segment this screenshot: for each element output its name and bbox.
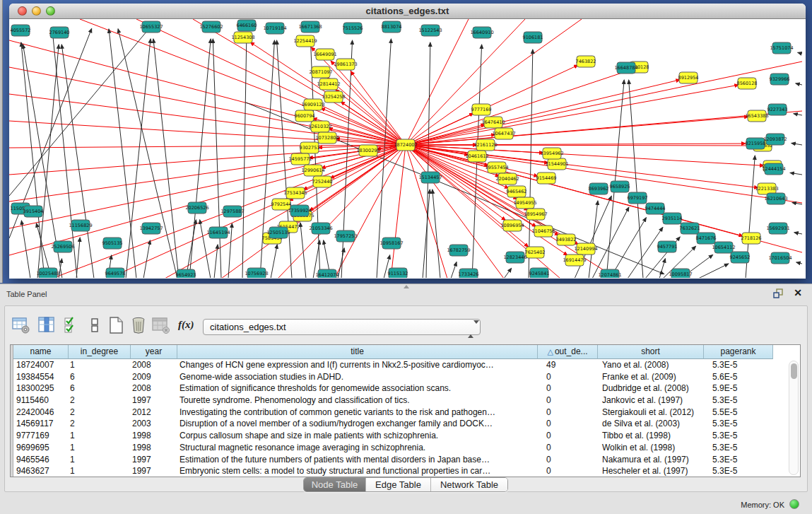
cell-short[interactable]: Jankovic et al. (1997) <box>598 395 704 407</box>
cell-name[interactable]: 9777169 <box>13 430 69 442</box>
column-header-out_de[interactable]: △out_de... <box>538 345 598 359</box>
column-header-year[interactable]: year <box>131 345 177 359</box>
column-header-pagerank[interactable]: pagerank <box>704 345 773 359</box>
cell-out_de[interactable]: 0 <box>538 382 598 395</box>
cell-title[interactable]: Tourette syndrome. Phenomenology and cla… <box>177 395 538 407</box>
cell-name[interactable]: 9463627 <box>13 465 69 477</box>
close-panel-icon[interactable]: ✕ <box>794 287 802 298</box>
cell-name[interactable]: 18724007 <box>13 359 69 371</box>
table-row[interactable]: 911546021997Tourette syndrome. Phenomeno… <box>11 395 800 407</box>
table-row[interactable]: 969969511998Structural magnetic resonanc… <box>11 442 800 454</box>
cell-out_de[interactable]: 0 <box>538 395 598 407</box>
show-columns-icon[interactable] <box>37 316 57 334</box>
cell-in_degree[interactable]: 2 <box>69 395 131 407</box>
cell-in_degree[interactable]: 6 <box>69 382 131 395</box>
column-header-in_degree[interactable]: in_degree <box>69 345 131 359</box>
cell-title[interactable]: Changes of HCN gene expression and I(f) … <box>177 359 538 371</box>
cell-title[interactable]: Corpus callosum shape and size in male p… <box>177 430 538 442</box>
cell-short[interactable]: Yano et al. (2008) <box>598 359 704 371</box>
table-selector-dropdown[interactable]: citations_edges.txt <box>203 319 481 335</box>
cell-year[interactable]: 1998 <box>131 442 177 454</box>
cell-name[interactable]: 18300295 <box>13 382 69 395</box>
cell-out_de[interactable]: 0 <box>538 465 598 477</box>
cell-year[interactable]: 2008 <box>131 382 177 395</box>
cell-title[interactable]: Estimation of significance thresholds fo… <box>177 382 538 395</box>
cell-in_degree[interactable]: 1 <box>69 442 131 454</box>
table-scrollbar[interactable] <box>789 361 799 475</box>
table-row[interactable]: 1830029562008Estimation of significance … <box>11 382 800 395</box>
cell-in_degree[interactable]: 1 <box>69 454 131 466</box>
cell-short[interactable]: Nakamura et al. (1997) <box>598 454 704 466</box>
select-columns-icon[interactable] <box>62 316 82 334</box>
cell-year[interactable]: 2008 <box>131 359 177 371</box>
cell-pagerank[interactable]: 5.3E-5 <box>704 395 773 407</box>
cell-pagerank[interactable]: 5.9E-5 <box>704 382 773 395</box>
cell-short[interactable]: Dudbridge et al. (2008) <box>598 382 704 395</box>
cell-out_de[interactable]: 49 <box>538 359 598 371</box>
cell-year[interactable]: 2009 <box>131 371 177 383</box>
cell-year[interactable]: 2012 <box>131 407 177 419</box>
tab-node-table[interactable]: Node Table <box>304 478 366 491</box>
row-height-icon[interactable] <box>85 316 105 334</box>
cell-in_degree[interactable]: 1 <box>69 430 131 442</box>
cell-out_de[interactable]: 0 <box>538 418 598 430</box>
cell-pagerank[interactable]: 5.6E-5 <box>704 371 773 383</box>
cell-out_de[interactable]: 0 <box>538 430 598 442</box>
cell-short[interactable]: Hescheler et al. (1997) <box>598 465 704 477</box>
cell-title[interactable]: Genome-wide association studies in ADHD. <box>177 371 538 383</box>
cell-title[interactable]: Embryonic stem cells: a model to study s… <box>177 465 538 477</box>
cell-year[interactable]: 2003 <box>131 418 177 430</box>
network-canvas[interactable]: 4055572276914010655327152766026466160107… <box>9 19 806 278</box>
table-row[interactable]: 946362711997Embryonic stem cells: a mode… <box>11 465 800 477</box>
cell-title[interactable]: Investigating the contribution of common… <box>177 407 538 419</box>
cell-in_degree[interactable]: 1 <box>69 359 131 371</box>
scrollbar-thumb[interactable] <box>791 363 797 379</box>
cell-short[interactable]: Tibbo et al. (1998) <box>598 430 704 442</box>
column-header-title[interactable]: title <box>177 345 538 359</box>
table-row[interactable]: 946554611997Estimation of the future num… <box>11 454 800 466</box>
cell-pagerank[interactable]: 5.5E-5 <box>704 407 773 419</box>
float-panel-icon[interactable] <box>773 288 784 298</box>
cell-title[interactable]: Structural magnetic resonance image aver… <box>177 442 538 454</box>
cell-short[interactable]: de Silva et al. (2003) <box>598 418 704 430</box>
cell-year[interactable]: 1997 <box>131 454 177 466</box>
cell-name[interactable]: 14569117 <box>13 418 69 430</box>
cell-name[interactable]: 19384554 <box>13 371 69 383</box>
cell-year[interactable]: 1997 <box>131 395 177 407</box>
cell-in_degree[interactable]: 6 <box>69 371 131 383</box>
cell-in_degree[interactable]: 2 <box>69 418 131 430</box>
table-row[interactable]: 1456911722003Disruption of a novel membe… <box>11 418 800 430</box>
cell-pagerank[interactable]: 5.3E-5 <box>704 418 773 430</box>
cell-short[interactable]: Stergiakouli et al. (2012) <box>598 407 704 419</box>
cell-short[interactable]: Wolkin et al. (1998) <box>598 442 704 454</box>
delete-trash-icon[interactable] <box>129 316 148 334</box>
function-builder-icon[interactable]: f(x) <box>178 319 198 337</box>
cell-pagerank[interactable]: 5.3E-5 <box>704 430 773 442</box>
cell-name[interactable]: 22420046 <box>13 407 69 419</box>
table-row[interactable]: 1938455462009Genome-wide association stu… <box>11 371 800 383</box>
cell-in_degree[interactable]: 1 <box>69 465 131 477</box>
cell-title[interactable]: Disruption of a novel member of a sodium… <box>177 418 538 430</box>
tab-network-table[interactable]: Network Table <box>431 478 507 491</box>
cell-in_degree[interactable]: 2 <box>69 407 131 419</box>
cell-out_de[interactable]: 0 <box>538 442 598 454</box>
cell-pagerank[interactable]: 5.3E-5 <box>704 454 773 466</box>
table-row[interactable]: 977716911998Corpus callosum shape and si… <box>11 430 800 442</box>
cell-year[interactable]: 1997 <box>131 465 177 477</box>
cell-pagerank[interactable]: 5.3E-5 <box>704 359 773 371</box>
new-table-icon[interactable] <box>106 316 126 334</box>
cell-out_de[interactable]: 0 <box>538 371 598 383</box>
cell-name[interactable]: 9465546 <box>13 454 69 466</box>
cell-short[interactable]: Franke et al. (2009) <box>598 371 704 383</box>
table-row[interactable]: 2242004622012Investigating the contribut… <box>11 407 800 419</box>
cell-pagerank[interactable]: 5.3E-5 <box>704 442 773 454</box>
cell-year[interactable]: 1998 <box>131 430 177 442</box>
table-mode-icon[interactable] <box>11 316 31 334</box>
table-row[interactable]: 1872400712008Changes of HCN gene express… <box>11 359 800 371</box>
column-header-short[interactable]: short <box>598 345 704 359</box>
cell-name[interactable]: 9699695 <box>13 442 69 454</box>
cell-pagerank[interactable]: 5.3E-5 <box>704 465 773 477</box>
tab-edge-table[interactable]: Edge Table <box>366 478 431 491</box>
cell-out_de[interactable]: 0 <box>538 407 598 419</box>
cell-out_de[interactable]: 0 <box>538 454 598 466</box>
